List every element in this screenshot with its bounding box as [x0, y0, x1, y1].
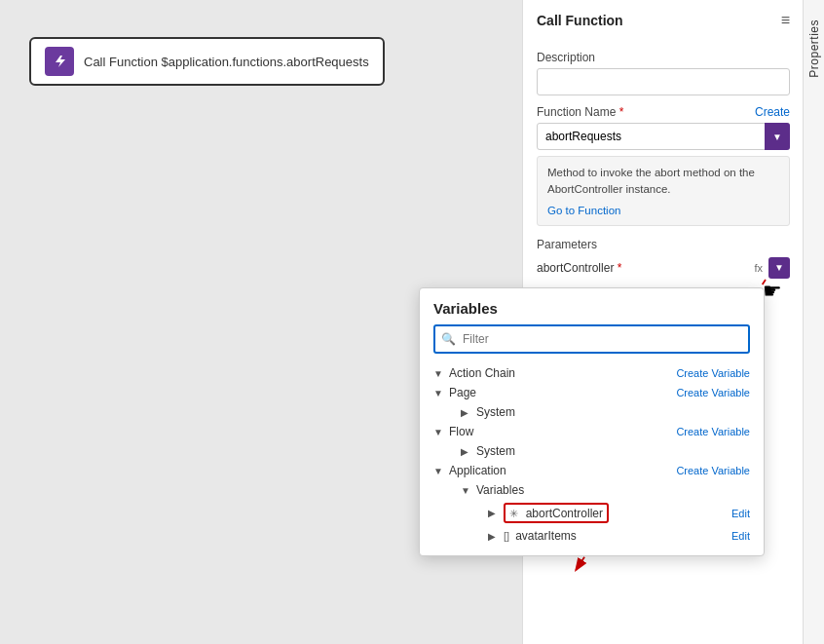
tree-item-left-flow: ▼ Flow: [433, 425, 473, 438]
avatar-items-label: avatarItems: [515, 529, 577, 543]
flow-arrow[interactable]: ▼: [433, 427, 445, 437]
abort-controller-arrow[interactable]: ▶: [488, 508, 500, 518]
variables-title: Variables: [420, 288, 764, 324]
filter-input[interactable]: [433, 324, 750, 354]
page-arrow[interactable]: ▼: [433, 388, 445, 398]
param-name: abortController: [537, 261, 621, 275]
function-name-row: Function Name Create: [537, 105, 790, 119]
tree-section: ▼ Action Chain Create Variable ▼ Page Cr…: [420, 363, 764, 546]
page-system-left: ▶ System: [461, 405, 515, 419]
flow-children: ▶ System: [433, 441, 750, 461]
app-variables-children: ▶ ✳ abortController Edit ▶ [] avatarItem…: [461, 500, 750, 546]
menu-icon[interactable]: ≡: [781, 12, 790, 29]
param-controls: fx ▼: [754, 257, 790, 279]
abort-controller-edit-link[interactable]: Edit: [731, 508, 750, 519]
function-name-label: Function Name: [537, 105, 623, 119]
avatar-items-type-icon: []: [504, 530, 509, 542]
info-box-text: Method to invoke the abort method on the…: [547, 165, 779, 199]
flow-label: Flow: [449, 425, 473, 438]
app-variables-label: Variables: [476, 483, 524, 497]
function-name-select-wrapper: abortRequests ▼: [537, 123, 790, 150]
flow-system-label: System: [476, 444, 515, 458]
application-create-link[interactable]: Create Variable: [676, 465, 750, 476]
application-children: ▼ Variables ▶ ✳ abortController Edit: [433, 480, 750, 546]
page-system-arrow[interactable]: ▶: [461, 407, 472, 418]
tree-item-action-chain: ▼ Action Chain Create Variable: [433, 363, 750, 383]
abort-controller-highlighted[interactable]: ✳ abortController: [504, 503, 609, 523]
param-row: abortController fx ▼: [537, 257, 790, 279]
flow-create-link[interactable]: Create Variable: [676, 426, 750, 437]
app-variables-arrow[interactable]: ▼: [461, 485, 472, 496]
panel-header: Call Function ≡: [537, 12, 790, 37]
parameters-label: Parameters: [537, 238, 790, 251]
flow-system-item: ▶ System: [461, 441, 750, 461]
fx-label: fx: [754, 262, 763, 274]
properties-tab-label: Properties: [807, 19, 821, 78]
abort-controller-item: ▶ ✳ abortController Edit: [488, 500, 750, 526]
function-name-select[interactable]: abortRequests: [537, 123, 790, 150]
page-label: Page: [449, 386, 476, 399]
go-to-function-link[interactable]: Go to Function: [547, 205, 620, 216]
properties-tab[interactable]: Properties: [803, 0, 824, 644]
page-system-item: ▶ System: [461, 402, 750, 422]
description-input[interactable]: [537, 68, 790, 95]
avatar-items-edit-link[interactable]: Edit: [731, 530, 750, 542]
avatar-items-item: ▶ [] avatarItems Edit: [488, 526, 750, 546]
filter-box: 🔍: [433, 324, 750, 354]
search-icon: 🔍: [441, 332, 456, 346]
create-function-link[interactable]: Create: [755, 105, 790, 119]
panel-title: Call Function: [537, 13, 623, 28]
abort-controller-left: ▶ ✳ abortController: [488, 503, 609, 523]
action-node-label: Call Function $application.functions.abo…: [84, 55, 369, 69]
application-arrow[interactable]: ▼: [433, 466, 445, 476]
tree-item-page: ▼ Page Create Variable: [433, 383, 750, 402]
action-node-icon: [45, 47, 74, 76]
page-children: ▶ System: [433, 402, 750, 422]
flow-system-arrow[interactable]: ▶: [461, 446, 472, 457]
tree-item-left-application: ▼ Application: [433, 464, 506, 477]
abort-controller-type-icon: ✳: [509, 508, 518, 519]
avatar-items-left: ▶ [] avatarItems: [488, 529, 577, 543]
tree-item-flow: ▼ Flow Create Variable: [433, 422, 750, 441]
tree-item-application: ▼ Application Create Variable: [433, 461, 750, 480]
action-chain-create-link[interactable]: Create Variable: [676, 367, 750, 379]
function-info-box: Method to invoke the abort method on the…: [537, 156, 790, 226]
variables-popup: Variables 🔍 ▼ Action Chain Create Variab…: [419, 287, 765, 556]
application-label: Application: [449, 464, 506, 477]
tree-item-left-action-chain: ▼ Action Chain: [433, 366, 515, 380]
tree-item-left-page: ▼ Page: [433, 386, 476, 399]
avatar-items-arrow[interactable]: ▶: [488, 531, 500, 542]
app-variables-item: ▼ Variables: [461, 480, 750, 500]
page-system-label: System: [476, 405, 515, 419]
app-variables-left: ▼ Variables: [461, 483, 524, 497]
action-node[interactable]: Call Function $application.functions.abo…: [29, 37, 385, 86]
description-label: Description: [537, 51, 790, 64]
flow-system-left: ▶ System: [461, 444, 515, 458]
action-chain-arrow[interactable]: ▼: [433, 368, 445, 379]
page-create-link[interactable]: Create Variable: [676, 387, 750, 398]
param-dropdown-button[interactable]: ▼: [768, 257, 790, 279]
abort-controller-label: abortController: [526, 507, 603, 520]
action-chain-label: Action Chain: [449, 366, 515, 380]
